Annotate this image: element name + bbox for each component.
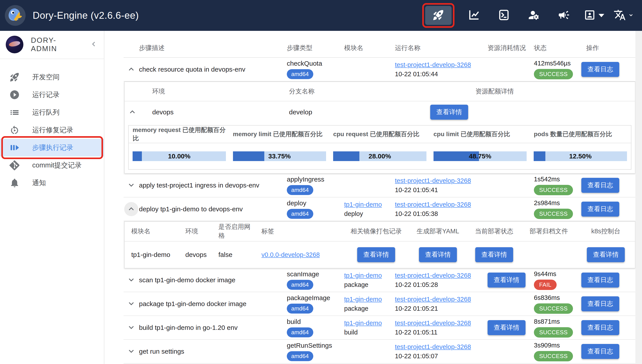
arch-badge: amd64 [287,185,313,195]
sidebar-collapse-button[interactable] [89,40,98,49]
view-detail-button[interactable]: 查看详情 [488,272,526,288]
col-run-name: 运行名称 [395,44,482,52]
sidebar-item-notifications[interactable]: 通知 [0,174,104,192]
tag-link[interactable]: v0.0.0-develop-3268 [262,251,320,258]
sidebar-item-commit-history[interactable]: commit提交记录 [0,156,104,174]
sidebar-item-label: 运行记录 [32,90,60,99]
step-type: getRunSettings [287,342,332,349]
chart-icon [468,9,480,22]
status-badge: FAIL [534,280,557,290]
sidebar-item-run-queue[interactable]: 运行队列 [0,104,104,121]
gauge-value: 48.75% [434,151,527,161]
module-link[interactable]: tp1-gin-demo [344,272,382,279]
expand-row-button[interactable] [124,320,138,335]
collapse-row-button[interactable] [125,105,139,119]
run-name-link[interactable]: test-project1-develop-3268 [395,61,471,68]
quota-progress-bar: 12.50% [534,151,627,161]
arch-badge: amd64 [287,69,313,79]
expand-row-button[interactable] [124,273,138,287]
run-name-link[interactable]: test-project1-develop-3268 [395,320,471,327]
nav-metrics-button[interactable] [463,5,485,26]
nav-pipeline-button[interactable] [425,6,452,25]
step-type: checkQuota [287,60,322,67]
run-time: 10-22 01:05:21 [395,305,438,312]
translate-icon [613,9,626,22]
vertical-scrollbar[interactable] [635,31,642,364]
gauge-label: cpu request 已使用配额百分比 [333,130,426,138]
expand-row-button[interactable] [124,178,138,192]
sidebar-item-run-repair-history[interactable]: 运行修复记录 [0,121,104,139]
quota-progress-bar: 48.75% [434,151,527,161]
duration: 3s909ms [534,342,560,349]
collapse-row-button[interactable] [124,202,138,216]
sidebar-item-label: 运行队列 [32,108,60,117]
view-detail-button[interactable]: 查看详情 [488,320,526,335]
table-row-scan-image: scan tp1-gin-demo docker image scanImage… [124,268,635,292]
view-detail-button[interactable]: 查看详情 [587,247,625,262]
run-name-link[interactable]: test-project1-develop-3268 [395,296,471,303]
view-detail-button[interactable]: 查看详情 [475,247,513,262]
step-type: build [287,318,301,326]
run-name-link[interactable]: test-project1-develop-3268 [395,343,471,350]
env-value: devops [140,108,277,116]
table-header: 步骤描述 步骤类型 模块名 运行名称 资源消耗情况 状态 操作 [124,39,635,58]
duration: 1s542ms [534,176,560,183]
view-log-button[interactable]: 查看日志 [581,62,619,77]
arch-badge: amd64 [287,280,313,290]
col-module: 模块名 [344,44,395,52]
run-name-link[interactable]: test-project1-develop-3268 [395,272,471,279]
user-settings-icon [528,9,540,22]
table-row-deploy: deploy tp1-gin-demo to devops-env deploy… [124,198,635,221]
sidebar-item-step-run-history[interactable]: 步骤执行记录 [0,139,104,156]
view-log-button[interactable]: 查看日志 [581,202,619,216]
module-link[interactable]: tp1-gin-demo [344,296,382,303]
sidebar-item-run-history[interactable]: 运行记录 [0,86,104,104]
sidebar-item-label: commit提交记录 [32,161,82,170]
col-branch: 分支名称 [277,87,418,96]
view-detail-button[interactable]: 查看详情 [430,105,468,120]
view-log-button[interactable]: 查看日志 [581,272,619,288]
nav-announcement-button[interactable] [553,5,574,26]
status-badge: SUCCESS [534,351,573,361]
col-image-build-records: 相关镜像打包记录 [343,227,409,236]
view-log-button[interactable]: 查看日志 [581,344,619,359]
nav-account-menu[interactable] [583,5,604,26]
module-link[interactable]: tp1-gin-demo [344,201,382,208]
collapse-row-button[interactable] [124,62,138,76]
deploy-row: tp1-gin-demo devops false v0.0.0-develop… [125,242,635,268]
quota-progress-bar: 28.00% [333,151,426,161]
nav-language-menu[interactable] [613,5,634,26]
chevron-up-icon [126,64,136,75]
col-action: 操作 [581,44,635,52]
app-title: Dory-Engine (v2.6.6-ee) [33,10,139,21]
view-log-button[interactable]: 查看日志 [581,178,619,193]
step-type: applyIngress [287,176,324,183]
megaphone-icon [558,9,570,22]
expand-row-button[interactable] [124,344,138,358]
quota-progress-bar: 10.00% [133,151,226,161]
sidebar-item-label: 通知 [32,178,46,188]
expand-row-button[interactable] [124,297,138,311]
run-name-link[interactable]: test-project1-develop-3268 [395,201,471,208]
steps-table: 步骤描述 步骤类型 模块名 运行名称 资源消耗情况 状态 操作 check re… [124,39,635,364]
module-link[interactable]: tp1-gin-demo [344,320,382,327]
view-log-button[interactable]: 查看日志 [581,320,619,335]
chevron-down-icon [126,275,136,285]
sidebar-item-dev-space[interactable]: 开发空间 [0,68,104,86]
chevron-down-icon [598,14,604,20]
duration: 6s836ms [534,294,560,302]
arch-badge: amd64 [287,209,313,219]
status-badge: SUCCESS [534,327,573,338]
dory-engine-app: Dory-Engine (v2.6.6-ee) [0,0,642,364]
replay-icon [9,125,20,135]
col-deploy-yaml: 生成部署YAML [409,227,467,236]
step-type: scanImage [287,270,319,278]
view-detail-button[interactable]: 查看详情 [419,247,457,262]
nav-terminal-button[interactable] [493,5,515,26]
view-log-button[interactable]: 查看日志 [581,296,619,311]
run-name-link[interactable]: test-project1-develop-3268 [395,177,471,184]
nav-user-admin-button[interactable] [523,5,544,26]
view-detail-button[interactable]: 查看详情 [357,247,395,262]
step-description: deploy tp1-gin-demo to devops-env [139,205,287,213]
play-circle-icon [9,90,20,100]
